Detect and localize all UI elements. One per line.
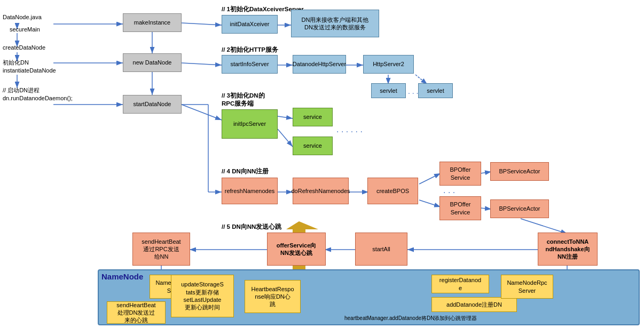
box-register-datanode: registerDatanode	[431, 275, 489, 293]
box-httpserver2: HttpServer2	[363, 55, 414, 74]
svg-line-21	[278, 129, 293, 147]
box-sendheartbeat: sendHeartBeat通过RPC发送给NN	[132, 233, 190, 266]
box-startdatanode: startDataNode	[123, 95, 182, 114]
box-dorefreshnamenodes: doRefreshNamenodes	[293, 178, 349, 204]
comment-section5: // 5 DN向NN发送心跳	[222, 223, 281, 231]
left-label-start: // 启动DN进程 dn.runDatanodeDaemon();	[3, 86, 73, 103]
svg-line-26	[419, 200, 441, 207]
svg-line-33	[521, 219, 567, 234]
box-datanodehttpserver: DatanodeHttpServer	[293, 55, 346, 74]
box-hbmgr: heartbeatManager.addDatanode将DN添加到心跳管理器	[344, 315, 633, 322]
svg-text:. . .: . . .	[443, 186, 455, 195]
box-dn-desc: DN用来接收客户端和其他DN发送过来的数据服务	[291, 10, 379, 37]
svg-line-12	[182, 23, 222, 25]
svg-line-14	[182, 105, 222, 120]
comment-section3: // 3初始化DN的RPC服务端	[222, 92, 265, 108]
box-createbpos: createBPOS	[367, 178, 418, 204]
comment-section2: // 2初始化HTTP服务	[222, 46, 278, 54]
left-label-securemain: secureMain	[10, 26, 40, 34]
box-newdatanode: new DataNode	[123, 53, 182, 72]
left-label-datanode: DataNode.java	[3, 13, 42, 21]
box-updatestorage: updateStorageStats更新存储setLastUpdate更新心跳时…	[171, 275, 234, 317]
box-bpserviceactor2: BPServiceActor	[490, 199, 549, 218]
left-label-chushihua: 初始化DN instantiateDataNode	[3, 59, 56, 75]
box-servlet2: servlet	[418, 83, 453, 98]
namenode-label: NameNode	[101, 272, 143, 281]
left-label-createdatanode: createDataNode	[3, 44, 45, 52]
box-bpoffer2: BPOfferService	[439, 196, 481, 220]
box-bpoffer1: BPOfferService	[439, 162, 481, 186]
dots-servlet: . . .	[408, 87, 418, 95]
svg-line-25	[419, 173, 441, 184]
box-servlet1: servlet	[371, 83, 406, 98]
comment-section4: // 4 DN向NN注册	[222, 167, 269, 175]
box-offerservice: offerService向NN发送心跳	[267, 233, 326, 266]
box-refreshnamenodes: refreshNamenodes	[222, 178, 278, 204]
svg-line-27	[481, 172, 491, 173]
box-nn-sendheartbeat: sendHeartBeat处理DN发送过来的心跳	[107, 301, 166, 324]
svg-line-13	[182, 63, 222, 65]
box-service1: service	[293, 108, 333, 126]
box-makeinstance: makeInstance	[123, 13, 182, 32]
box-initdataxceiver: initDataXceiver	[222, 15, 278, 34]
svg-line-20	[278, 116, 293, 118]
svg-text:. . . . . .: . . . . . .	[336, 125, 363, 134]
box-add-datanode: addDatanode注册DN	[431, 297, 517, 312]
box-namerpc2: NameNodeRpcServer	[501, 275, 553, 299]
box-service2: service	[293, 137, 333, 155]
box-initipcserver: initIpcServer	[222, 109, 278, 139]
box-connecttonn: connectToNNAndHandshake向NN注册	[538, 233, 598, 266]
svg-line-28	[481, 208, 491, 209]
diagram: . . . . . . . . .	[0, 0, 644, 328]
box-startall: startAll	[355, 233, 407, 266]
svg-marker-41	[286, 221, 318, 229]
box-startinfoserver: startInfoServer	[222, 55, 278, 74]
box-bpserviceactor1: BPServiceActor	[490, 162, 549, 181]
box-heartbeat-resp: HeartbeatResponse响应DN心跳	[245, 280, 301, 313]
